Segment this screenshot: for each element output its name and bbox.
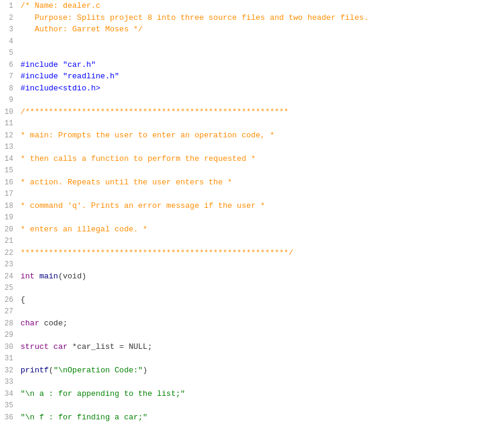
code-line: 23: [0, 258, 504, 271]
line-number: 36: [0, 412, 18, 423]
line-content: [18, 282, 504, 294]
line-number: 35: [0, 400, 18, 411]
line-content: [18, 36, 504, 48]
token-stars: * command 'q'. Prints an error message i…: [20, 201, 265, 210]
line-content: [18, 212, 504, 224]
line-content: [18, 188, 504, 200]
line-number: 34: [0, 389, 18, 400]
line-content: * main: Prompts the user to enter an ope…: [18, 130, 504, 142]
line-number: 14: [0, 154, 18, 164]
code-line: 25: [0, 282, 504, 294]
code-line: 35: [0, 400, 504, 412]
line-content: {: [18, 294, 504, 306]
line-number: 25: [0, 283, 18, 293]
line-number: 22: [0, 248, 18, 258]
token-string: "\nOperation Code:": [54, 366, 143, 375]
code-line: 32printf("\nOperation Code:"): [0, 365, 504, 377]
token-keyword: struct: [20, 342, 54, 351]
line-content: [18, 329, 504, 341]
code-line: 27: [0, 306, 504, 318]
line-content: /* Name: dealer.c: [18, 0, 504, 12]
line-content: * then calls a function to perform the r…: [18, 153, 504, 165]
code-line: 24int main(void): [0, 271, 504, 283]
line-number: 26: [0, 295, 18, 306]
code-line: 19: [0, 212, 504, 224]
code-line: 17: [0, 188, 504, 200]
line-number: 21: [0, 236, 18, 246]
code-line: 22**************************************…: [0, 247, 504, 259]
line-number: 17: [0, 189, 18, 199]
line-number: 10: [0, 107, 18, 118]
line-number: 24: [0, 271, 18, 282]
code-line: 18* command 'q'. Prints an error message…: [0, 200, 504, 212]
token-stars: * enters an illegal code. *: [20, 225, 148, 234]
line-content: "\n f : for finding a car;": [18, 412, 504, 424]
line-number: 19: [0, 212, 18, 223]
token-comment: Purpose: Splits project 8 into three sou…: [20, 13, 368, 22]
code-line: 16* action. Repeats until the user enter…: [0, 177, 504, 189]
token-include: #include "readline.h": [20, 72, 119, 81]
line-number: 5: [0, 48, 18, 58]
code-editor: 1/* Name: dealer.c2 Purpose: Splits proj…: [0, 0, 504, 423]
token-keyword: char: [20, 319, 44, 328]
code-line: 34"\n a : for appending to the list;": [0, 388, 504, 400]
token-comment: /* Name: dealer.c: [20, 1, 101, 10]
code-line: 8#include<stdio.h>: [0, 83, 504, 95]
token-normal: *car_list = NULL;: [72, 342, 153, 351]
line-number: 33: [0, 377, 18, 387]
token-normal: {: [20, 295, 25, 304]
code-line: 28char code;: [0, 318, 504, 330]
line-number: 3: [0, 24, 18, 35]
line-number: 7: [0, 71, 18, 82]
line-content: * command 'q'. Prints an error message i…: [18, 200, 504, 212]
token-include: #include<stdio.h>: [20, 84, 101, 93]
token-stars: ****************************************…: [20, 248, 293, 257]
line-number: 1: [0, 1, 18, 11]
line-content: "\n a : for appending to the list;": [18, 388, 504, 400]
token-stars: * action. Repeats until the user enters …: [20, 178, 232, 187]
code-line: 36"\n f : for finding a car;": [0, 412, 504, 424]
line-content: #include "readline.h": [18, 70, 504, 83]
code-line: 14* then calls a function to perform the…: [0, 153, 504, 165]
line-number: 32: [0, 365, 18, 376]
line-number: 15: [0, 165, 18, 176]
line-content: [18, 258, 504, 271]
token-stars: * then calls a function to perform the r…: [20, 154, 256, 163]
token-stars: * main: Prompts the user to enter an ope…: [20, 131, 274, 140]
code-line: 20* enters an illegal code. *: [0, 224, 504, 236]
line-content: #include "car.h": [18, 59, 504, 71]
line-content: int main(void): [18, 271, 504, 283]
line-content: * action. Repeats until the user enters …: [18, 177, 504, 189]
token-string: "\n f : for finding a car;": [20, 413, 148, 422]
code-line: 4: [0, 36, 504, 48]
code-line: 9: [0, 94, 504, 106]
code-line: 15: [0, 164, 504, 177]
code-line: 11: [0, 118, 504, 130]
line-number: 2: [0, 13, 18, 24]
token-comment: Author: Garret Moses */: [20, 25, 143, 34]
line-content: char code;: [18, 318, 504, 330]
code-line: 33: [0, 376, 504, 388]
token-keyword: int: [20, 272, 39, 281]
line-number: 8: [0, 83, 18, 94]
token-normal: (void): [58, 272, 86, 281]
line-content: Author: Garret Moses */: [18, 24, 504, 36]
line-content: [18, 141, 504, 153]
token-include: #include "car.h": [20, 60, 96, 69]
line-number: 9: [0, 95, 18, 105]
line-content: #include<stdio.h>: [18, 83, 504, 95]
line-content: [18, 94, 504, 106]
token-normal: (: [49, 366, 54, 375]
line-number: 31: [0, 353, 18, 364]
code-line: 7#include "readline.h": [0, 70, 504, 83]
code-line: 10/*************************************…: [0, 106, 504, 118]
line-number: 28: [0, 318, 18, 329]
code-line: 30struct car *car_list = NULL;: [0, 341, 504, 353]
line-number: 13: [0, 142, 18, 152]
code-line: 29: [0, 329, 504, 341]
code-line: 3 Author: Garret Moses */: [0, 24, 504, 36]
line-content: [18, 376, 504, 388]
code-line: 26{: [0, 294, 504, 306]
token-stars: /***************************************…: [20, 107, 289, 116]
code-line: 13: [0, 141, 504, 153]
